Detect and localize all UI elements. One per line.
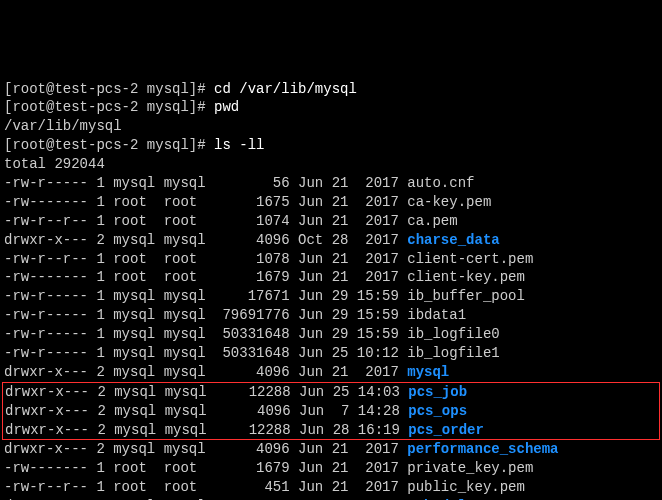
typed-command: cd /var/lib/mysql: [214, 81, 357, 97]
directory-name: mysql: [407, 364, 449, 380]
listing-row: -rw------- 1 root root 1679 Jun 21 2017 …: [4, 459, 658, 478]
file-name: ib_buffer_pool: [407, 288, 525, 304]
terminal-output[interactable]: [root@test-pcs-2 mysql]# cd /var/lib/mys…: [4, 80, 658, 500]
listing-row: -rw-r----- 1 mysql mysql 50331648 Jun 25…: [4, 344, 658, 363]
listing-row: -rw------- 1 root root 1675 Jun 21 2017 …: [4, 193, 658, 212]
listing-row: -rw-r--r-- 1 root root 451 Jun 21 2017 p…: [4, 478, 658, 497]
listing-row: drwxr-x--- 2 mysql mysql 4096 Oct 28 201…: [4, 231, 658, 250]
directory-name: pcs_order: [408, 422, 484, 438]
file-name: ib_logfile1: [407, 345, 499, 361]
listing-row: drwxr-x--- 2 mysql mysql 4096 Jun 7 14:2…: [5, 402, 659, 421]
listing-row: -rw-r--r-- 1 root root 1074 Jun 21 2017 …: [4, 212, 658, 231]
typed-command: pwd: [214, 99, 239, 115]
file-name: public_key.pem: [407, 479, 525, 495]
directory-name: pcs_ops: [408, 403, 467, 419]
shell-prompt-line: [root@test-pcs-2 mysql]# cd /var/lib/mys…: [4, 80, 658, 99]
file-name: ibdata1: [407, 307, 466, 323]
directory-name: charse_data: [407, 232, 499, 248]
listing-row: -rw-r----- 1 mysql mysql 56 Jun 21 2017 …: [4, 174, 658, 193]
file-name: client-cert.pem: [407, 251, 533, 267]
listing-row: -rw-r----- 1 mysql mysql 17671 Jun 29 15…: [4, 287, 658, 306]
listing-row: -rw-r----- 1 mysql mysql 79691776 Jun 29…: [4, 306, 658, 325]
listing-row: -rw------- 1 root root 1679 Jun 21 2017 …: [4, 268, 658, 287]
highlight-box: drwxr-x--- 2 mysql mysql 12288 Jun 25 14…: [2, 382, 660, 441]
total-line: total 292044: [4, 155, 658, 174]
listing-row: drwxr-x--- 2 mysql mysql 4096 Jun 21 201…: [4, 363, 658, 382]
file-name: ca-key.pem: [407, 194, 491, 210]
pwd-output: /var/lib/mysql: [4, 117, 658, 136]
shell-prompt-line: [root@test-pcs-2 mysql]# ls -ll: [4, 136, 658, 155]
shell-prompt-line: [root@test-pcs-2 mysql]# pwd: [4, 98, 658, 117]
listing-row: -rw-r----- 1 mysql mysql 50331648 Jun 29…: [4, 325, 658, 344]
file-name: auto.cnf: [407, 175, 474, 191]
listing-row: drwxr-x--- 2 mysql mysql 12288 Jun 25 14…: [5, 383, 659, 402]
directory-name: performance_schema: [407, 441, 558, 457]
file-name: ib_logfile0: [407, 326, 499, 342]
listing-row: drwxr-x--- 2 mysql mysql 4096 Jun 21 201…: [4, 440, 658, 459]
file-name: ca.pem: [407, 213, 457, 229]
listing-row: drwxr-x--- 2 mysql mysql 12288 Jun 28 16…: [5, 421, 659, 440]
listing-row: -rw-r--r-- 1 root root 1078 Jun 21 2017 …: [4, 250, 658, 269]
file-name: private_key.pem: [407, 460, 533, 476]
file-name: client-key.pem: [407, 269, 525, 285]
directory-name: pcs_job: [408, 384, 467, 400]
typed-command: ls -ll: [214, 137, 264, 153]
